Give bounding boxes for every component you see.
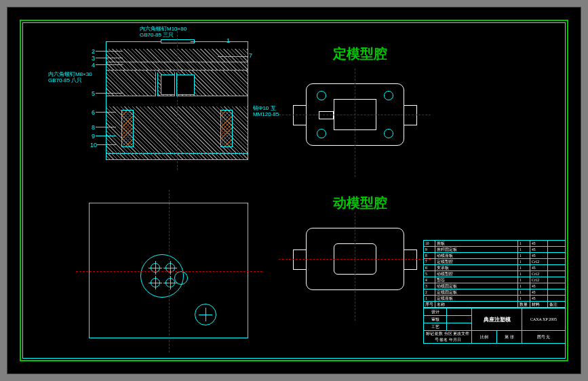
label-scale: 比例 (472, 331, 497, 344)
parts-cell-mat: Cr12 (530, 277, 548, 283)
parts-cell-qty: 1 (518, 241, 530, 247)
label-sheet: 第 张 (497, 331, 522, 344)
corner-hole (317, 91, 326, 100)
centerline-h (76, 271, 262, 272)
parts-cell-no: 5 (424, 271, 435, 277)
locating-hole (174, 271, 188, 285)
parts-cell-note (548, 265, 566, 271)
parts-cell-no: 7 (424, 259, 435, 265)
parts-cell-note (548, 247, 566, 253)
balloon-6: 6 (92, 109, 95, 116)
parts-cell-name: 定模固定板 (435, 289, 518, 296)
cavity-void (161, 75, 195, 95)
balloon-10: 10 (90, 142, 97, 148)
parts-cell-mat: 45 (530, 289, 548, 296)
leader-line (191, 41, 224, 42)
software-cell: CAXA XP 2005 (522, 308, 566, 331)
corner-hole (384, 129, 393, 138)
parts-cell-mat: Cr12 (530, 259, 548, 265)
col-mat: 材料 (530, 302, 548, 308)
balloon-7: 7 (249, 52, 252, 59)
parts-cell-name: 动模座板 (435, 253, 518, 259)
cross-icon (151, 278, 160, 287)
parts-cell-no: 3 (424, 283, 435, 289)
parts-cell-note (548, 289, 566, 296)
parts-cell-qty: 1 (518, 265, 530, 271)
parts-cell-note (548, 271, 566, 277)
col-no: 序号 (424, 302, 435, 308)
leader-line (96, 136, 116, 136)
balloon-5: 5 (92, 90, 95, 97)
parts-cell-note (548, 296, 566, 302)
callout-top-bolt: 内六角螺钉M10×80 GB70-85 三只 (140, 26, 187, 39)
ejector-pin (155, 73, 158, 96)
title-main-table: 设计 典座注塑模 CAXA XP 2005 审核 工艺 标记 处数 分区 更改文… (423, 308, 566, 344)
label-fixed-cavity: 定模型腔 (333, 45, 387, 63)
drawing-title: 典座注塑模 (472, 308, 522, 331)
parts-row: 3动模固定板145 (424, 283, 566, 289)
parts-cell-note (548, 253, 566, 259)
parts-row: 7定模型腔1Cr12 (424, 259, 566, 265)
parts-row: 5动模型腔1Cr12 (424, 271, 566, 277)
cross-icon (165, 278, 175, 287)
label-process: 工艺 (424, 323, 447, 331)
parts-cell-qty: 1 (518, 259, 530, 265)
cad-viewport[interactable]: 1 2 3 4 5 6 8 9 10 7 内六角螺钉M10×80 GB70-85… (7, 7, 581, 374)
parts-cell-name: 动模固定板 (435, 283, 518, 289)
parts-cell-name: 推杆固定板 (435, 247, 518, 253)
revision-footer: 标记 处数 分区 更改文件号 签名 年月日 (424, 331, 472, 344)
parts-cell-qty: 1 (518, 296, 530, 302)
centerline-v (355, 68, 355, 177)
parts-cell-note (548, 277, 566, 283)
callout-side-bolt: 内六角螺钉M8×30 GB70-85 八只 (48, 72, 92, 84)
leader-line (97, 144, 116, 145)
parts-cell-name: 定模座板 (435, 296, 518, 302)
parts-cell-mat: 45 (530, 253, 548, 259)
col-note: 备注 (548, 302, 566, 308)
section-view (106, 41, 248, 160)
balloon-2: 2 (92, 48, 95, 55)
leader-line (96, 112, 116, 113)
parts-cell-note (548, 241, 566, 247)
value-design (447, 308, 472, 316)
parts-cell-name: 型芯 (435, 277, 518, 283)
parts-cell-mat: 45 (530, 247, 548, 253)
col-qty: 数量 (518, 302, 530, 308)
corner-hole (384, 91, 393, 100)
callout-line: GB70-85 三只 (140, 33, 187, 39)
leader-line (218, 56, 248, 57)
parts-cell-qty: 1 (518, 283, 530, 289)
parts-cell-no: 4 (424, 277, 435, 283)
parts-cell-name: 动模型腔 (435, 271, 518, 277)
corner-hole (317, 129, 326, 138)
side-tab-right (404, 105, 417, 125)
parts-cell-name: 定模型腔 (435, 259, 518, 265)
title-block: 10推板1459推杆固定板1458动模座板1457定模型腔1Cr126支承板14… (423, 240, 566, 359)
parts-cell-no: 10 (424, 241, 435, 247)
sprue-bushing-cap (161, 39, 195, 43)
side-tab-left (293, 105, 307, 125)
centerline-h (279, 115, 431, 115)
parts-cell-no: 8 (424, 253, 435, 259)
leader-line (96, 58, 123, 58)
parts-cell-mat: 45 (530, 265, 548, 271)
parts-cell-note (548, 259, 566, 265)
parts-cell-note (548, 283, 566, 289)
cross-icon (201, 310, 210, 319)
parts-cell-mat: 45 (530, 283, 548, 289)
label-design: 设计 (424, 308, 447, 316)
parts-row: 9推杆固定板145 (424, 247, 566, 253)
centerline-v (355, 212, 355, 321)
label-check: 审核 (424, 316, 447, 323)
centerline-h (279, 259, 431, 260)
callout-line: MM120-85 (253, 112, 279, 118)
parts-cell-no: 6 (424, 265, 435, 271)
balloon-8: 8 (92, 124, 95, 131)
leader-line (96, 51, 123, 52)
leader-line (96, 64, 123, 65)
side-tab-left (293, 249, 307, 270)
value-check (447, 316, 472, 323)
pillar-right (220, 110, 233, 147)
parts-row: 6支承板145 (424, 265, 566, 271)
plan-view (89, 203, 248, 338)
